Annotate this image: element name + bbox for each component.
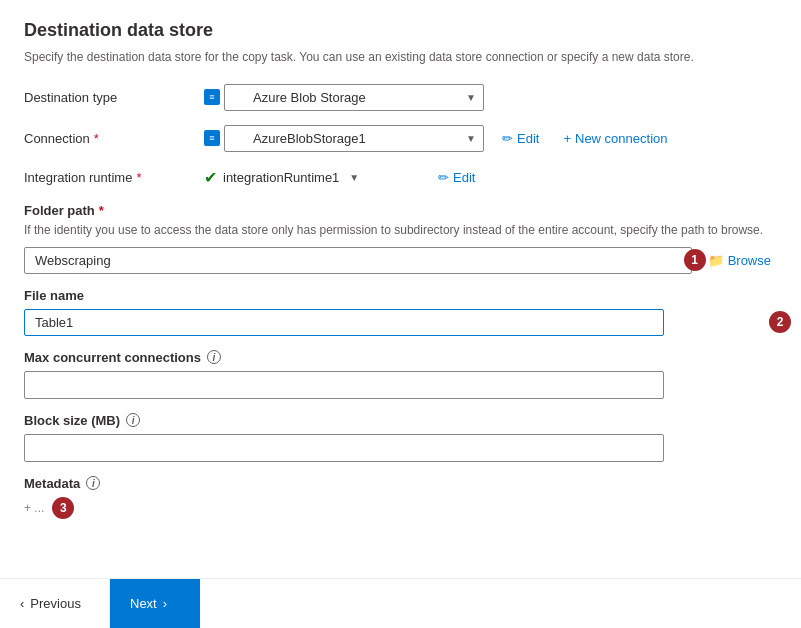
connection-row: Connection * ≡ AzureBlobStorage1 ▼ ✏ Edi… <box>24 125 777 152</box>
block-size-section: Block size (MB) i <box>24 413 777 462</box>
runtime-chevron-icon[interactable]: ▼ <box>349 172 359 183</box>
destination-type-select-wrapper: ≡ Azure Blob Storage Azure Data Lake SQL… <box>204 84 484 111</box>
destination-type-select[interactable]: Azure Blob Storage Azure Data Lake SQL D… <box>224 84 484 111</box>
max-concurrent-input[interactable] <box>24 371 664 399</box>
page-description: Specify the destination data store for t… <box>24 49 777 66</box>
file-badge-2: 2 <box>769 311 791 333</box>
blob-storage-icon: ≡ <box>204 89 220 105</box>
connection-controls: ≡ AzureBlobStorage1 ▼ ✏ Edit + New conne… <box>204 125 674 152</box>
integration-pencil-icon: ✏ <box>438 170 449 185</box>
metadata-info-icon: i <box>86 476 100 490</box>
add-dynamic-button[interactable]: + ... <box>24 501 44 515</box>
integration-runtime-controls: ✔ integrationRuntime1 ▼ ✏ Edit <box>204 166 481 189</box>
connection-required-star: * <box>94 131 99 146</box>
connection-blob-icon: ≡ <box>204 130 220 146</box>
connection-select[interactable]: AzureBlobStorage1 <box>224 125 484 152</box>
file-name-label: File name <box>24 288 777 303</box>
plus-icon: + <box>563 131 571 146</box>
integration-edit-button[interactable]: ✏ Edit <box>432 166 481 189</box>
destination-type-row: Destination type ≡ Azure Blob Storage Az… <box>24 84 777 111</box>
connection-edit-button[interactable]: ✏ Edit <box>496 127 545 150</box>
folder-path-row: 1 📁 Browse <box>24 247 777 274</box>
folder-badge-1: 1 <box>684 249 706 271</box>
destination-type-label: Destination type <box>24 90 204 105</box>
next-button[interactable]: Next › <box>110 579 200 628</box>
prev-chevron-icon: ‹ <box>20 596 24 611</box>
folder-input-wrapper: 1 <box>24 247 692 274</box>
block-size-label: Block size (MB) i <box>24 413 777 428</box>
runtime-value-wrapper: ✔ integrationRuntime1 ▼ <box>204 168 424 187</box>
folder-path-label: Folder path * <box>24 203 777 218</box>
folder-required-star: * <box>99 203 104 218</box>
browse-button[interactable]: 📁 Browse <box>702 249 777 272</box>
new-connection-button[interactable]: + New connection <box>557 127 673 150</box>
block-size-info-icon: i <box>126 413 140 427</box>
file-name-input[interactable] <box>24 309 664 336</box>
folder-hint: If the identity you use to access the da… <box>24 222 777 239</box>
folder-path-section: Folder path * If the identity you use to… <box>24 203 777 274</box>
metadata-label: Metadata i <box>24 476 777 491</box>
metadata-row: + ... 3 <box>24 497 777 519</box>
runtime-text: integrationRuntime1 <box>223 170 339 185</box>
connection-label: Connection * <box>24 131 204 146</box>
file-name-wrapper: 2 <box>24 309 777 336</box>
integration-required-star: * <box>136 170 141 185</box>
max-concurrent-info-icon: i <box>207 350 221 364</box>
pencil-icon: ✏ <box>502 131 513 146</box>
max-concurrent-label: Max concurrent connections i <box>24 350 777 365</box>
block-size-input[interactable] <box>24 434 664 462</box>
metadata-badge-3: 3 <box>52 497 74 519</box>
metadata-section: Metadata i + ... 3 <box>24 476 777 519</box>
next-chevron-icon: › <box>163 596 167 611</box>
folder-icon: 📁 <box>708 253 724 268</box>
page-title: Destination data store <box>24 20 777 41</box>
folder-path-input[interactable] <box>24 247 692 274</box>
max-concurrent-section: Max concurrent connections i <box>24 350 777 399</box>
footer-bar: ‹ Previous Next › <box>0 578 801 628</box>
previous-button[interactable]: ‹ Previous <box>0 579 110 628</box>
integration-runtime-label: Integration runtime * <box>24 170 204 185</box>
file-name-section: File name 2 <box>24 288 777 336</box>
runtime-check-icon: ✔ <box>204 168 217 187</box>
connection-select-wrapper: ≡ AzureBlobStorage1 ▼ <box>204 125 484 152</box>
integration-runtime-row: Integration runtime * ✔ integrationRunti… <box>24 166 777 189</box>
